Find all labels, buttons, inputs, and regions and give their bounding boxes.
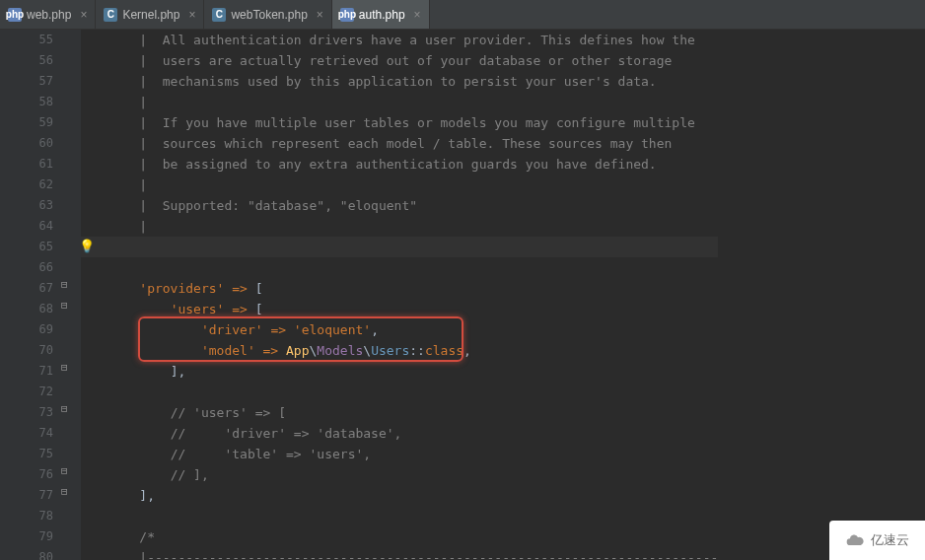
- line-number: 78: [0, 506, 53, 526]
- code-line[interactable]: | Supported: "database", "eloquent": [108, 195, 718, 216]
- php-file-icon: php: [8, 8, 22, 22]
- close-icon[interactable]: ×: [188, 8, 195, 22]
- tab-kernel-php[interactable]: CKernel.php×: [96, 0, 204, 29]
- code-line[interactable]: [108, 257, 718, 278]
- code-line[interactable]: ],: [108, 361, 718, 382]
- php-file-icon: php: [340, 8, 354, 22]
- fold-icon[interactable]: ⊟: [61, 278, 68, 291]
- code-line[interactable]: // 'table' => 'users',: [108, 444, 718, 464]
- code-line[interactable]: | users are actually retrieved out of yo…: [108, 50, 718, 71]
- close-icon[interactable]: ×: [80, 8, 87, 22]
- tab-label: auth.php: [359, 8, 405, 22]
- fold-icon[interactable]: ⊟: [61, 464, 68, 477]
- tab-bar: phpweb.php×CKernel.php×CwebToken.php×php…: [0, 0, 925, 30]
- line-number: 80: [0, 547, 53, 560]
- code-line[interactable]: [108, 506, 718, 526]
- class-file-icon: C: [212, 8, 226, 22]
- code-line[interactable]: |: [108, 92, 718, 112]
- code-line[interactable]: ],: [108, 485, 718, 506]
- line-number: 64: [0, 216, 53, 237]
- line-number: 65: [0, 237, 53, 257]
- code-line[interactable]: // ],: [108, 464, 718, 485]
- line-number: 57: [0, 71, 53, 92]
- line-number: 75: [0, 444, 53, 464]
- code-line[interactable]: | mechanisms used by this application to…: [108, 71, 718, 92]
- code-line[interactable]: // 'users' => [: [108, 402, 718, 423]
- line-number: 68: [0, 299, 53, 319]
- code-area[interactable]: | All authentication drivers have a user…: [81, 30, 718, 560]
- code-line[interactable]: 'model' => App\Models\Users::class,: [108, 340, 718, 361]
- line-number: 66: [0, 257, 53, 278]
- code-line[interactable]: /*: [108, 526, 718, 547]
- code-line[interactable]: | sources which represent each model / t…: [108, 133, 718, 154]
- line-number: 71: [0, 361, 53, 382]
- line-number: 61: [0, 154, 53, 175]
- line-number: 76: [0, 464, 53, 485]
- fold-icon[interactable]: ⊟: [61, 361, 68, 374]
- close-icon[interactable]: ×: [414, 8, 421, 22]
- line-number: 70: [0, 340, 53, 361]
- line-number-gutter: ⊟⊟⊟⊟⊟⊟ 5556575859606162636465💡6667686970…: [0, 30, 81, 560]
- tab-webtoken-php[interactable]: CwebToken.php×: [204, 0, 331, 29]
- code-line[interactable]: | If you have multiple user tables or mo…: [108, 112, 718, 133]
- line-number: 67: [0, 278, 53, 299]
- line-number: 56: [0, 50, 53, 71]
- cloud-icon: [845, 530, 865, 550]
- code-line[interactable]: 'providers' => [: [108, 278, 718, 299]
- line-number: 74: [0, 423, 53, 444]
- watermark-text: 亿速云: [871, 531, 909, 549]
- code-line[interactable]: |---------------------------------------…: [108, 547, 718, 560]
- tab-label: web.php: [27, 8, 71, 22]
- tab-label: Kernel.php: [122, 8, 179, 22]
- class-file-icon: C: [104, 8, 117, 22]
- line-number: 55: [0, 30, 53, 50]
- code-line[interactable]: 'users' => [: [108, 299, 718, 319]
- fold-icon[interactable]: ⊟: [61, 299, 68, 312]
- line-number: 59: [0, 112, 53, 133]
- fold-icon[interactable]: ⊟: [61, 485, 68, 498]
- code-line[interactable]: [108, 382, 718, 402]
- line-number: 73: [0, 402, 53, 423]
- code-line[interactable]: | All authentication drivers have a user…: [108, 30, 718, 50]
- tab-label: webToken.php: [231, 8, 307, 22]
- current-line-highlight: [81, 237, 718, 257]
- code-editor[interactable]: ⊟⊟⊟⊟⊟⊟ 5556575859606162636465💡6667686970…: [0, 30, 925, 560]
- line-number: 63: [0, 195, 53, 216]
- code-line[interactable]: |: [108, 175, 718, 195]
- line-number: 60: [0, 133, 53, 154]
- code-line[interactable]: 'driver' => 'eloquent',: [108, 319, 718, 340]
- line-number: 69: [0, 319, 53, 340]
- tab-auth-php[interactable]: phpauth.php×: [332, 0, 430, 29]
- code-line[interactable]: // 'driver' => 'database',: [108, 423, 718, 444]
- line-number: 58: [0, 92, 53, 112]
- code-line[interactable]: |: [108, 216, 718, 237]
- line-number: 77: [0, 485, 53, 506]
- code-line[interactable]: | be assigned to any extra authenticatio…: [108, 154, 718, 175]
- line-number: 72: [0, 382, 53, 402]
- intention-bulb-icon[interactable]: 💡: [79, 239, 95, 253]
- fold-icon[interactable]: ⊟: [61, 402, 68, 415]
- line-number: 62: [0, 175, 53, 195]
- tab-web-php[interactable]: phpweb.php×: [0, 0, 96, 29]
- line-number: 79: [0, 526, 53, 547]
- close-icon[interactable]: ×: [317, 8, 323, 22]
- watermark: 亿速云: [829, 521, 925, 560]
